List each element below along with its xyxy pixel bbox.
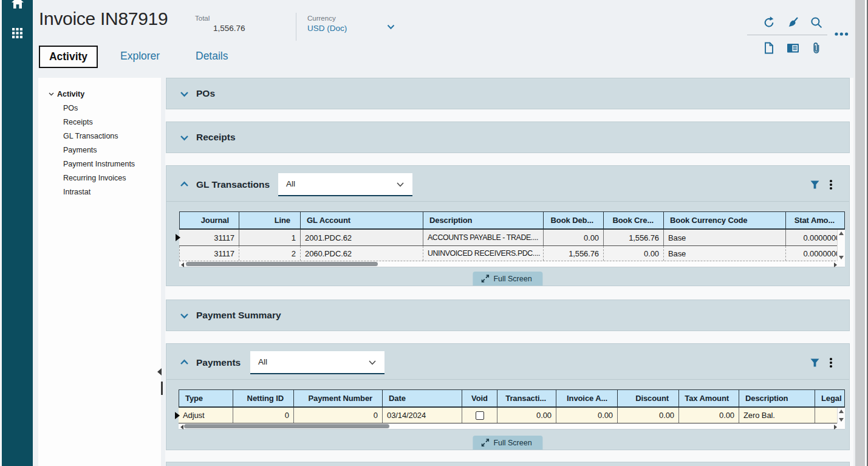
payments-filter-value: All (258, 357, 267, 366)
gl-column-header[interactable]: Description (423, 212, 544, 228)
gl-filter-caret-icon (397, 182, 404, 187)
payments-column-header[interactable]: Description (739, 390, 815, 406)
document-icon[interactable] (763, 42, 775, 54)
gl-grid-cell: 2001.PDC.62 (301, 230, 423, 245)
scroll-down-icon[interactable] (839, 418, 844, 422)
payments-column-header[interactable]: Type (179, 390, 233, 406)
payments-column-header[interactable]: Tax Amount (679, 390, 739, 406)
payments-grid-cell (462, 408, 497, 423)
payments-fullscreen-button[interactable]: Full Screen (473, 436, 542, 450)
tree-node-payments[interactable]: Payments (63, 143, 135, 157)
currency-label: Currency (307, 15, 347, 22)
payments-column-header[interactable]: Discount (618, 390, 679, 406)
pos-expand-chevron-icon[interactable] (180, 91, 189, 97)
gl-filter-value: All (286, 179, 295, 188)
gl-grid-vscroll[interactable] (837, 230, 845, 261)
gl-filter-select[interactable]: All (278, 173, 412, 196)
payments-grid-cell: 0 (294, 408, 383, 423)
page-scrollbar-thumb[interactable] (855, 0, 865, 466)
tab-explorer[interactable]: Explorer (120, 50, 160, 63)
contact-card-icon[interactable] (787, 42, 799, 54)
tree-node-activity[interactable]: Activity (49, 89, 84, 100)
clean-icon[interactable] (787, 16, 799, 29)
currency-chevron-down-icon[interactable] (387, 24, 395, 30)
hscroll-thumb[interactable] (186, 262, 378, 266)
scroll-left-icon[interactable] (180, 425, 183, 430)
toolbar-divider (747, 35, 827, 35)
tree-children: POsReceiptsGL TransactionsPaymentsPaymen… (63, 101, 135, 199)
gl-column-header[interactable]: Book Cre... (604, 212, 664, 228)
payments-grid-hscroll[interactable] (179, 423, 845, 430)
payments-column-header[interactable]: Void (462, 390, 497, 406)
payments-collapse-chevron-icon[interactable] (180, 359, 189, 365)
payments-filter-select[interactable]: All (250, 351, 384, 374)
payments-void-checkbox[interactable] (476, 411, 484, 420)
gl-column-header[interactable]: Book Currency Code (664, 212, 786, 228)
payments-grid-vscroll[interactable] (837, 408, 845, 423)
tree-node-pos[interactable]: POs (63, 101, 135, 115)
tree-node-intrastat[interactable]: Intrastat (63, 185, 135, 199)
scroll-down-icon[interactable] (839, 256, 844, 259)
payments-column-header[interactable]: Payment Number (294, 390, 383, 406)
payments-grid-row[interactable]: Adjust0003/14/20240.000.000.000.00Zero B… (179, 408, 845, 423)
payments-column-header[interactable]: Netting ID (233, 390, 294, 406)
gl-grid-cell: UNINVOICED RECEIVERS.PDC.... (423, 246, 544, 261)
currency-field[interactable]: Currency USD (Doc) (307, 15, 347, 33)
hscroll-thumb[interactable] (184, 424, 389, 428)
activity-tree: Activity POsReceiptsGL TransactionsPayme… (38, 78, 161, 466)
home-icon[interactable] (2, 0, 33, 10)
payments-column-header[interactable]: Date (383, 390, 462, 406)
gl-grid-hscroll[interactable] (179, 261, 845, 267)
currency-value[interactable]: USD (Doc) (307, 24, 347, 33)
header-toolbar (714, 0, 853, 67)
tree-node-recurring-invoices[interactable]: Recurring Invoices (63, 171, 135, 185)
scroll-right-icon[interactable] (834, 262, 837, 267)
scroll-up-icon[interactable] (839, 409, 844, 413)
gl-filter-icon[interactable] (810, 180, 819, 189)
pos-panel-title: POs (196, 88, 215, 99)
refresh-icon[interactable] (763, 16, 775, 29)
gl-collapse-chevron-icon[interactable] (180, 181, 189, 187)
scroll-right-icon[interactable] (834, 425, 837, 430)
gl-grid-cell: 0.0000000 (786, 230, 845, 245)
payments-kebab-menu-icon[interactable] (827, 358, 835, 368)
tab-details[interactable]: Details (196, 50, 228, 63)
scroll-left-icon[interactable] (181, 262, 184, 267)
gl-grid-cell: 31117 (179, 230, 239, 245)
payment-summary-expand-chevron-icon[interactable] (180, 313, 189, 319)
more-ellipsis-icon[interactable] (834, 32, 849, 36)
gl-kebab-menu-icon[interactable] (827, 180, 835, 190)
page-scrollbar (853, 0, 868, 466)
scroll-up-icon[interactable] (839, 231, 844, 235)
tree-node-receipts[interactable]: Receipts (63, 115, 135, 129)
search-icon[interactable] (810, 16, 822, 29)
attachment-icon[interactable] (810, 42, 822, 54)
payments-grid-cell: 0.00 (556, 408, 618, 423)
page-header: Invoice IN87919 Total 1,556.76 Currency … (33, 0, 853, 78)
splitter-handle[interactable] (161, 382, 163, 395)
gl-fullscreen-button[interactable]: Full Screen (473, 272, 542, 286)
gl-column-header[interactable]: Line (239, 212, 301, 228)
gl-grid-row[interactable]: 3111722060.PDC.62UNINVOICED RECEIVERS.PD… (179, 246, 845, 261)
gl-column-header[interactable]: GL Account (301, 212, 423, 228)
receipts-expand-chevron-icon[interactable] (180, 135, 189, 141)
app-grid-icon[interactable] (2, 28, 33, 38)
tree-root-label: Activity (57, 90, 84, 98)
gl-grid-cell: 1 (239, 230, 301, 245)
payments-column-header[interactable]: Legal (815, 390, 845, 406)
expand-icon (481, 275, 489, 283)
payments-filter-icon[interactable] (810, 358, 819, 367)
tree-node-payment-instruments[interactable]: Payment Instruments (63, 157, 135, 171)
payments-column-header[interactable]: Transacti... (497, 390, 556, 406)
gl-grid-row[interactable]: 3111712001.PDC.62ACCOUNTS PAYABLE - TRAD… (179, 230, 845, 246)
payments-column-header[interactable]: Invoice A... (556, 390, 618, 406)
gl-column-header[interactable]: Journal (179, 212, 239, 228)
gl-column-header[interactable]: Stat Amo... (786, 212, 845, 228)
gl-grid-cell: 0.0000000 (786, 246, 845, 261)
splitter-collapse-icon[interactable] (157, 368, 162, 375)
panel-pos: POs (166, 78, 850, 109)
tab-activity[interactable]: Activity (39, 46, 98, 68)
tree-node-gl-transactions[interactable]: GL Transactions (63, 129, 135, 143)
gl-column-header[interactable]: Book Deb... (544, 212, 604, 228)
current-row-marker-icon (175, 412, 180, 419)
